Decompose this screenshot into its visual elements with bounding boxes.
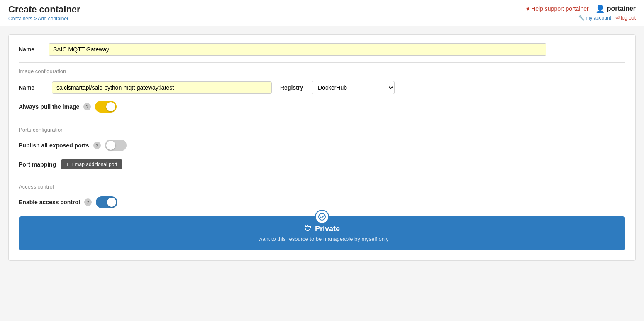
publish-ports-track [105, 140, 127, 151]
map-additional-port-button[interactable]: + + map additional port [61, 159, 122, 169]
enable-access-track [96, 196, 117, 208]
help-support-link[interactable]: ♥ Help support portainer [526, 5, 589, 12]
page-title: Create container [8, 4, 80, 15]
publish-ports-help-icon[interactable]: ? [93, 142, 101, 149]
header-left: Create container Containers > Add contai… [8, 4, 80, 22]
check-svg [318, 213, 326, 221]
svg-point-0 [319, 213, 325, 220]
private-title: 🛡 Private [27, 225, 617, 233]
port-mapping-label: Port mapping [19, 161, 56, 168]
private-panel[interactable]: 🛡 Private I want to this resource to be … [19, 216, 625, 250]
log-out-link[interactable]: ⏎ log out [615, 15, 636, 21]
image-name-label: Name [19, 84, 44, 91]
publish-ports-row: Publish all exposed ports ? [19, 140, 625, 151]
breadcrumb-current: Add container [38, 16, 68, 22]
header: Create container Containers > Add contai… [0, 0, 644, 26]
logout-icon: ⏎ [615, 15, 620, 21]
enable-access-thumb [107, 198, 116, 207]
wrench-icon: 🔧 [578, 15, 585, 21]
map-port-btn-label: + map additional port [71, 162, 117, 167]
enable-access-help-icon[interactable]: ? [84, 198, 92, 206]
port-mapping-row: Port mapping + + map additional port [19, 159, 625, 169]
shield-icon: 🛡 [304, 225, 312, 233]
user-label: portainer [607, 5, 636, 12]
container-name-label: Name [19, 46, 44, 53]
ports-config-section-header: Ports configuration [19, 121, 625, 133]
registry-label: Registry [280, 84, 303, 91]
breadcrumb-separator: > [34, 16, 38, 22]
user-section: 👤 portainer [595, 4, 636, 13]
header-top-right: ♥ Help support portainer 👤 portainer [526, 4, 636, 13]
registry-select[interactable]: DockerHub Quay Custom [312, 81, 395, 94]
container-name-input[interactable] [49, 43, 546, 56]
account-links: 🔧 my account ⏎ log out [578, 15, 636, 21]
enable-access-row: Enable access control ? [19, 196, 625, 208]
image-config-section-title: Image configuration [19, 68, 66, 74]
container-name-row: Name [19, 43, 625, 56]
user-icon: 👤 [595, 4, 605, 13]
access-control-section-header: Access control [19, 178, 625, 190]
always-pull-track [95, 101, 117, 113]
always-pull-help-icon[interactable]: ? [83, 103, 91, 110]
breadcrumb: Containers > Add container [8, 16, 80, 22]
image-config-row: Name Registry DockerHub Quay Custom [19, 81, 625, 94]
always-pull-row: Always pull the image ? [19, 101, 625, 113]
publish-ports-toggle[interactable] [105, 140, 127, 151]
image-name-input[interactable] [52, 81, 272, 94]
access-control-section-title: Access control [19, 184, 54, 190]
enable-access-label: Enable access control [19, 199, 80, 206]
publish-ports-thumb [106, 141, 115, 150]
image-config-section-header: Image configuration [19, 62, 625, 74]
enable-access-toggle[interactable] [96, 196, 117, 208]
heart-icon: ♥ [526, 5, 529, 12]
header-right-group: ♥ Help support portainer 👤 portainer 🔧 m… [526, 4, 636, 21]
ports-config-section-title: Ports configuration [19, 127, 63, 133]
my-account-link[interactable]: 🔧 my account [578, 15, 611, 21]
private-check-icon [315, 210, 329, 224]
help-support-label: Help support portainer [531, 5, 589, 12]
form-card: Name Image configuration Name Registry D… [8, 34, 636, 261]
always-pull-thumb [106, 102, 115, 111]
always-pull-label: Always pull the image [19, 103, 79, 110]
always-pull-toggle[interactable] [95, 101, 117, 113]
plus-icon: + [66, 162, 69, 167]
main-content: Name Image configuration Name Registry D… [0, 26, 644, 269]
publish-ports-label: Publish all exposed ports [19, 142, 89, 149]
private-desc: I want to this resource to be manageable… [27, 236, 617, 242]
breadcrumb-containers-link[interactable]: Containers [8, 16, 32, 22]
